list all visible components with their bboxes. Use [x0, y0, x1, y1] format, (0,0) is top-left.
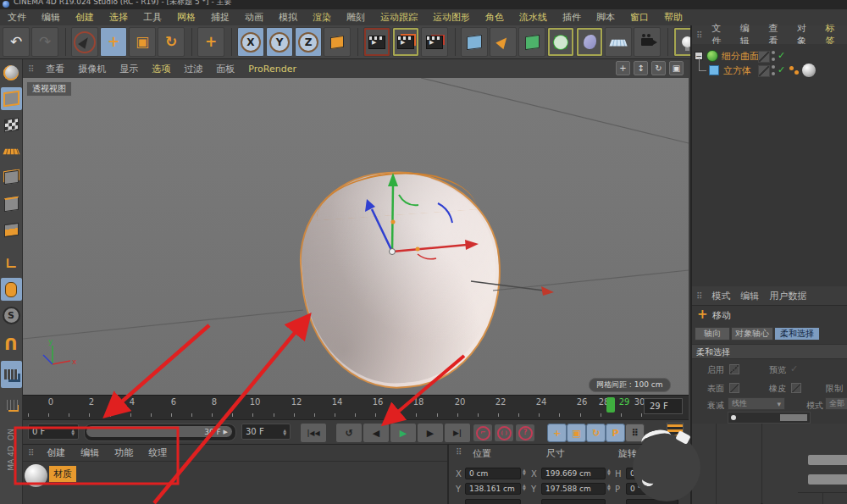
keyframe-selection-button[interactable]: ? [515, 424, 535, 442]
menu-mograph[interactable]: 运动图形 [425, 9, 478, 25]
rotate-tool-button[interactable]: ↻ [158, 27, 185, 57]
material-name-label[interactable]: 材质 [49, 466, 76, 482]
pos-z-field-clipped[interactable] [465, 499, 521, 504]
enabled-checkmark[interactable]: ✓ [778, 50, 785, 61]
size-y-spinner[interactable]: ▲▼ [607, 484, 611, 490]
am-menu-edit[interactable]: 编辑 [735, 290, 764, 302]
enable-checkbox[interactable] [729, 364, 739, 374]
add-field-object-button[interactable] [576, 27, 603, 57]
make-editable-button[interactable] [1, 61, 22, 84]
object-tree[interactable]: − 细分曲面 ✓ 立方体 ✓ [692, 44, 847, 286]
enable-axis-button[interactable]: ∟ [1, 252, 22, 274]
add-primitive-button[interactable] [461, 27, 488, 57]
rotate-view-icon[interactable]: ↻ [651, 61, 666, 75]
size-y-field[interactable]: 197.588 cm [541, 483, 606, 495]
object-row-subdivision[interactable]: − 细分曲面 ✓ [692, 49, 847, 64]
perspective-viewport[interactable]: 透视视图 网格间距 : 100 cm [23, 78, 689, 395]
am-menu-mode[interactable]: 模式 [706, 290, 735, 302]
snap-button[interactable]: S [1, 304, 22, 327]
pos-x-field[interactable]: 0 cm [465, 468, 521, 479]
material-menu-texture[interactable]: 纹理 [141, 446, 174, 459]
pos-y-spinner[interactable]: ▲▼ [523, 484, 526, 490]
material-menu-function[interactable]: 功能 [107, 446, 141, 459]
pos-x-spinner[interactable]: ▲▼ [523, 468, 526, 475]
viewport-menu-panel[interactable]: 面板 [209, 63, 241, 75]
visibility-dots[interactable] [772, 51, 775, 61]
menu-animate[interactable]: 动画 [237, 9, 271, 25]
workplane-lock-button[interactable] [1, 361, 22, 388]
dolly-view-icon[interactable]: ↕ [634, 61, 648, 75]
curve-scrollbar[interactable] [808, 474, 847, 485]
preview-range-slider[interactable]: 30 F ▶ [84, 424, 236, 441]
current-frame-field[interactable]: 29 F [644, 398, 683, 414]
add-camera-button[interactable] [634, 27, 661, 57]
start-frame-spinner[interactable]: 0 F▲▼ [28, 424, 79, 440]
object-name[interactable]: 立方体 [723, 64, 751, 77]
menu-simulate[interactable]: 模拟 [271, 9, 305, 25]
maximize-view-icon[interactable]: ▣ [669, 61, 684, 75]
size-x-spinner[interactable]: ▲▼ [607, 468, 611, 475]
record-rotation-toggle[interactable]: ↻ [586, 424, 606, 442]
add-deformer-button[interactable] [547, 27, 574, 57]
layer-box[interactable] [758, 51, 770, 63]
object-row-cube[interactable]: 立方体 ✓ [692, 64, 847, 78]
menu-window[interactable]: 窗口 [623, 9, 656, 25]
play-backwards-button[interactable]: ↺ [335, 423, 363, 443]
tab-axis[interactable]: 轴向 [695, 327, 730, 341]
rubber-checkbox[interactable] [791, 383, 801, 393]
layer-box[interactable] [758, 65, 770, 77]
selection-tag-dot[interactable] [794, 70, 799, 75]
menu-file[interactable]: 文件 [0, 9, 34, 25]
panel-grip-icon[interactable]: ⠿ [456, 447, 462, 457]
render-view-button[interactable] [363, 27, 390, 57]
edges-mode-button[interactable] [1, 192, 22, 215]
panel-grip-icon[interactable]: ⠿ [692, 30, 706, 40]
viewport-menu-camera[interactable]: 摄像机 [71, 63, 113, 75]
add-generator-button[interactable] [518, 27, 545, 57]
menu-character[interactable]: 角色 [478, 9, 512, 25]
play-button[interactable]: ▶ [390, 423, 417, 443]
scale-tool-button[interactable]: ▣ [129, 27, 156, 57]
material-menu-edit[interactable]: 编辑 [73, 446, 107, 459]
falloff-dropdown[interactable]: 线性▾ [728, 397, 785, 410]
viewport-menu-view[interactable]: 查看 [39, 63, 71, 75]
menu-script[interactable]: 脚本 [589, 9, 623, 25]
coordinate-system-button[interactable] [324, 27, 351, 57]
points-mode-button[interactable] [1, 166, 22, 189]
move-tool-button[interactable]: + [100, 27, 127, 57]
menu-edit[interactable]: 编辑 [34, 9, 68, 25]
polygons-mode-button[interactable] [1, 219, 22, 241]
object-name[interactable]: 细分曲面 [722, 50, 759, 63]
enabled-checkmark[interactable]: ✓ [778, 64, 785, 75]
end-frame-spinner[interactable]: 30 F▲▼ [241, 424, 291, 440]
menu-motion-tracker[interactable]: 运动跟踪 [373, 9, 425, 25]
viewport-menu-display[interactable]: 显示 [113, 63, 145, 75]
texture-mode-button[interactable] [1, 114, 22, 136]
redo-button[interactable]: ↷ [31, 27, 58, 57]
viewport-menu-prorender[interactable]: ProRender [241, 64, 303, 75]
material-thumbnail[interactable] [25, 464, 47, 487]
material-menu-create[interactable]: 创建 [39, 446, 73, 459]
render-picture-viewer-button[interactable] [392, 27, 419, 57]
viewport-menu-options[interactable]: 选项 [145, 63, 177, 75]
curve-scrollbar[interactable] [808, 455, 847, 465]
falloff-curve-preview[interactable] [728, 412, 811, 424]
magnet-snap-button[interactable]: U [1, 330, 22, 357]
curve-graph-area[interactable]: 0.8 [692, 424, 847, 504]
tab-object-axis[interactable]: 对象轴心 [731, 327, 773, 341]
panel-grip-icon[interactable]: ⠿ [23, 448, 39, 457]
size-z-field-clipped[interactable] [541, 499, 606, 504]
view-label[interactable]: 透视视图 [26, 81, 72, 97]
menu-help[interactable]: 帮助 [656, 9, 690, 25]
lock-z-axis-button[interactable]: Z [295, 27, 322, 57]
preview-checkmark[interactable]: ✓ [790, 363, 798, 374]
menu-tools[interactable]: 工具 [136, 9, 169, 25]
menu-plugins[interactable]: 插件 [555, 9, 589, 25]
curve-slider[interactable] [780, 414, 807, 421]
menu-select[interactable]: 选择 [102, 9, 136, 25]
pos-y-field[interactable]: 138.161 cm [465, 483, 521, 495]
menu-render[interactable]: 渲染 [305, 9, 339, 25]
record-scale-toggle[interactable]: ▣ [567, 424, 586, 442]
am-menu-userdata[interactable]: 用户数据 [764, 290, 811, 302]
material-tag-icon[interactable] [802, 64, 816, 77]
